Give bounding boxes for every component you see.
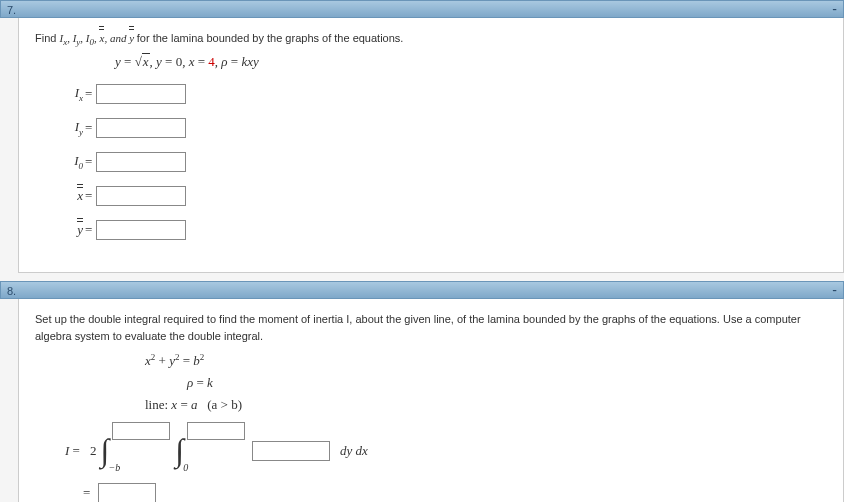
question-header-8: 8. - xyxy=(0,281,844,299)
question-body-7: Find Ix, Iy, I0, x, and y for the lamina… xyxy=(18,18,844,273)
question-header-7: 7. - xyxy=(0,0,844,18)
equation-block-8: x2 + y2 = b2 ρ = k line: x = a (a > b) xyxy=(145,350,827,417)
input-ybar[interactable] xyxy=(96,220,186,240)
question-body-8: Set up the double integral required to f… xyxy=(18,299,844,502)
question-number: 8. xyxy=(7,285,16,297)
input-inner-upper[interactable] xyxy=(187,422,245,440)
question-number: 7. xyxy=(7,4,16,16)
minimize-icon[interactable]: - xyxy=(832,283,837,297)
prompt-7: Find Ix, Iy, I0, x, and y for the lamina… xyxy=(35,30,827,50)
minimize-icon[interactable]: - xyxy=(832,2,837,16)
integral-setup: I = 2 ∫ −b ∫ 0 dy dx xyxy=(65,432,827,469)
input-iy[interactable] xyxy=(96,118,186,138)
input-result[interactable] xyxy=(98,483,156,502)
prompt-prefix: Find xyxy=(35,32,59,44)
prompt-8: Set up the double integral required to f… xyxy=(35,311,827,346)
input-xbar[interactable] xyxy=(96,186,186,206)
input-integrand[interactable] xyxy=(252,441,330,461)
prompt-suffix: for the lamina bounded by the graphs of … xyxy=(137,32,404,44)
equation-line-7: y = x, y = 0, x = 4, ρ = kxy xyxy=(115,54,827,70)
input-i0[interactable] xyxy=(96,152,186,172)
input-ix[interactable] xyxy=(96,84,186,104)
input-outer-upper[interactable] xyxy=(112,422,170,440)
